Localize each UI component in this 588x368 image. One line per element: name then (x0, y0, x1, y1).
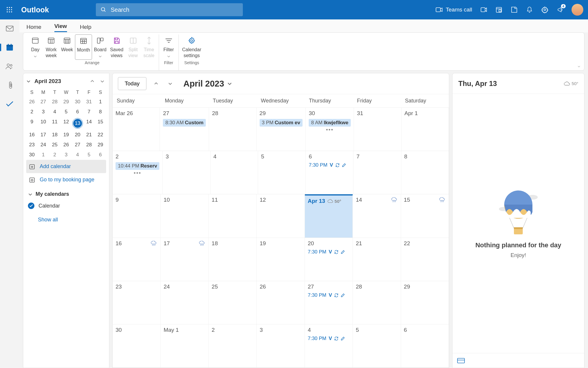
mini-collapse-icon[interactable] (26, 79, 31, 84)
prev-month-button[interactable] (152, 79, 161, 88)
event[interactable]: 7:30 PMV (308, 249, 350, 255)
calendar-day[interactable]: 278:30 AMCustom (160, 108, 209, 151)
mini-day[interactable]: 20 (72, 130, 83, 140)
event[interactable]: 7:30 PMV (309, 162, 350, 168)
mini-day[interactable]: 24 (38, 140, 49, 150)
rail-calendar[interactable] (5, 42, 15, 52)
event[interactable]: 8 AMlkwjeflkwe (309, 119, 351, 127)
calendar-day[interactable]: 14 (353, 194, 401, 237)
mini-day[interactable]: 2 (49, 150, 61, 160)
calendar-day[interactable]: 30 (113, 324, 161, 367)
more-events[interactable]: ••• (309, 127, 351, 133)
mini-day[interactable]: 18 (49, 130, 61, 140)
mini-next-button[interactable] (98, 77, 106, 85)
whatsnew-icon[interactable]: 4 (556, 6, 564, 14)
mini-day[interactable]: 3 (38, 107, 49, 117)
calendar-day[interactable]: 22 (401, 238, 449, 281)
calendar-day[interactable]: 19 (257, 238, 305, 281)
calendar-day[interactable]: 24 (161, 281, 208, 324)
calendar-day[interactable]: 5 (353, 324, 401, 367)
next-month-button[interactable] (166, 79, 175, 88)
my-calendars-section[interactable]: My calendars (26, 186, 106, 200)
mini-day[interactable]: 1 (38, 150, 49, 160)
tab-help[interactable]: Help (80, 24, 91, 32)
calendar-day[interactable]: Apr 1 (402, 108, 449, 151)
saved-views-button[interactable]: Savedviews (108, 34, 125, 60)
mini-day[interactable]: 3 (61, 150, 72, 160)
view-week-button[interactable]: Week (59, 34, 75, 60)
mini-day[interactable]: 31 (83, 97, 95, 107)
tab-view[interactable]: View (54, 23, 67, 32)
mini-day[interactable]: 30 (26, 150, 38, 160)
calendar-day[interactable]: 25 (209, 281, 257, 324)
booking-link[interactable]: Go to my booking page (26, 173, 106, 186)
show-all-link[interactable]: Show all (26, 211, 106, 223)
calendar-day[interactable]: 10 (161, 194, 208, 237)
mini-day[interactable]: 7 (83, 107, 95, 117)
mini-day[interactable]: 30 (72, 97, 83, 107)
tab-home[interactable]: Home (26, 24, 41, 32)
mini-day[interactable]: 6 (95, 150, 106, 160)
mini-day[interactable]: 4 (72, 150, 83, 160)
add-calendar-link[interactable]: Add calendar (26, 160, 106, 173)
mini-day[interactable]: 27 (72, 140, 83, 150)
calendar-day[interactable]: 277:30 PMV (305, 281, 353, 324)
calendar-day[interactable]: 21 (353, 238, 401, 281)
calendar-day[interactable]: 5 (258, 151, 306, 194)
mini-day[interactable]: 2 (26, 107, 38, 117)
mini-day[interactable]: 23 (26, 140, 38, 150)
calendar-day[interactable]: 47:30 PMV (305, 324, 353, 367)
event[interactable]: 7:30 PMV (308, 336, 350, 342)
calendar-title[interactable]: April 2023 (183, 79, 233, 89)
mini-day[interactable]: 1 (95, 97, 106, 107)
event[interactable]: 10:44 PMReserv (116, 162, 159, 170)
calendar-day[interactable]: 31 (354, 108, 401, 151)
calendar-day[interactable]: 8 (401, 151, 449, 194)
notifications-icon[interactable] (526, 6, 533, 14)
today-button[interactable]: Today (118, 77, 146, 90)
mini-day[interactable]: 8 (95, 107, 106, 117)
calendar-day[interactable]: 12 (257, 194, 305, 237)
calendar-day[interactable]: 18 (209, 238, 257, 281)
search-input[interactable] (111, 6, 238, 13)
mini-day[interactable]: 19 (61, 130, 72, 140)
calendar-day[interactable]: 17 (161, 238, 208, 281)
mini-day[interactable]: 14 (83, 117, 95, 130)
calendar-day[interactable]: 15 (401, 194, 449, 237)
app-launcher[interactable] (5, 5, 14, 14)
mini-day[interactable]: 15 (95, 117, 106, 130)
calendar-day[interactable]: May 1 (161, 324, 208, 367)
calendar-day[interactable]: 11 (209, 194, 257, 237)
filter-button[interactable]: Filter⌵ (161, 34, 177, 60)
calendar-day[interactable]: 23 (113, 281, 161, 324)
mini-day[interactable]: 9 (26, 117, 38, 130)
mini-day[interactable]: 27 (38, 97, 49, 107)
calendar-day[interactable]: Mar 26 (113, 108, 160, 151)
mini-day[interactable]: 6 (72, 107, 83, 117)
footer-card-icon[interactable] (457, 358, 465, 363)
event[interactable]: 3 PMCustom ev (260, 119, 303, 127)
view-board-button[interactable]: Board⌵ (92, 34, 108, 60)
mini-day[interactable]: 26 (61, 140, 72, 150)
mini-day[interactable]: 22 (95, 130, 106, 140)
calendar-day[interactable]: 16 (113, 238, 161, 281)
settings-icon[interactable] (541, 6, 549, 14)
calendar-checkbox[interactable] (28, 203, 34, 209)
rail-todo[interactable] (5, 99, 15, 109)
calendar-day[interactable]: 293 PMCustom ev (257, 108, 306, 151)
calendar-day[interactable]: 3 (163, 151, 210, 194)
tips-icon[interactable] (510, 6, 518, 14)
mini-day[interactable]: 28 (83, 140, 95, 150)
my-day-icon[interactable] (495, 6, 503, 14)
calendar-day[interactable]: 210:44 PMReserv••• (113, 151, 163, 194)
event[interactable]: 8:30 AMCustom (163, 119, 206, 127)
search-box[interactable] (96, 3, 243, 16)
mini-day[interactable]: 17 (38, 130, 49, 140)
calendar-day[interactable]: 207:30 PMV (305, 238, 353, 281)
calendar-day[interactable]: 4 (211, 151, 258, 194)
mini-day[interactable]: 28 (49, 97, 61, 107)
calendar-day[interactable]: 26 (257, 281, 305, 324)
rail-people[interactable] (5, 61, 15, 71)
rail-mail[interactable] (5, 24, 15, 34)
avatar[interactable] (572, 4, 583, 16)
